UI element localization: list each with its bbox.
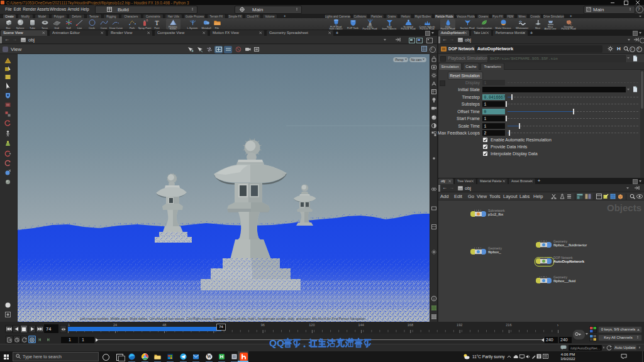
svg-text:Left mouse tumbles, Middle pan: Left mouse tumbles, Middle pans, Right d… — [80, 317, 366, 321]
svg-text:96: 96 — [261, 323, 265, 327]
svg-text:192: 192 — [457, 323, 462, 327]
svg-text:H: H — [220, 354, 224, 359]
svg-text:168: 168 — [408, 323, 413, 327]
svg-text:120: 120 — [309, 323, 314, 327]
svg-text:T: T — [155, 19, 158, 26]
svg-text:QQ: QQ — [269, 337, 284, 348]
svg-text:›: › — [557, 323, 559, 327]
svg-text:Persp: Persp — [395, 58, 403, 62]
svg-text:No cam: No cam — [411, 58, 421, 62]
svg-text:W: W — [207, 354, 212, 359]
svg-text:216: 216 — [506, 323, 511, 327]
svg-text:144: 144 — [358, 323, 364, 327]
